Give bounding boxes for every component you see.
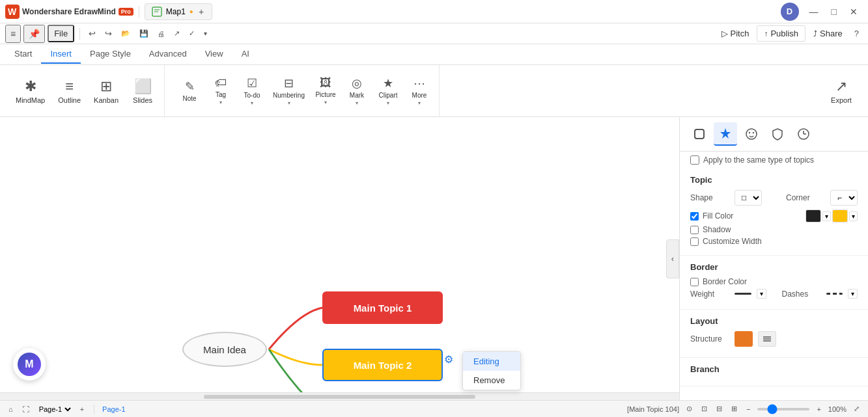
structure-list-btn[interactable] <box>758 331 776 347</box>
document-tab[interactable]: Map1 ● + <box>145 3 212 20</box>
context-menu-remove[interactable]: Remove <box>463 371 520 390</box>
mark-btn[interactable]: ◎ Mark ▾ <box>343 74 371 109</box>
more-label: More <box>412 92 427 99</box>
horizontal-scrollbar[interactable] <box>0 392 679 400</box>
kanban-btn[interactable]: ⊞ Kanban <box>89 75 124 107</box>
panel-tab-shape[interactable] <box>688 122 711 146</box>
pitch-btn[interactable]: ▷ Pitch <box>716 26 755 41</box>
outline-icon: ≡ <box>65 78 74 95</box>
grid-btn[interactable]: ⊞ <box>729 405 739 413</box>
panel-tab-clock[interactable] <box>792 122 815 146</box>
context-menu-editing[interactable]: Editing <box>463 352 520 371</box>
home-btn[interactable]: ⌂ <box>7 405 15 413</box>
pro-badge: Pro <box>119 8 133 16</box>
apply-same-checkbox[interactable] <box>690 155 699 165</box>
tab-pagestyle[interactable]: Page Style <box>81 45 140 64</box>
right-panel: Apply to the same type of topics Topic S… <box>679 117 868 400</box>
customize-width-checkbox[interactable] <box>690 237 699 246</box>
fit-page-btn[interactable]: ⊙ <box>684 405 694 413</box>
layout-view-btn[interactable]: ⊟ <box>714 405 724 413</box>
canvas-area[interactable]: Main Idea Main Topic 1 Main Topic 2 ⚙ Ma… <box>0 117 679 400</box>
page-select[interactable]: Page-1 <box>36 405 73 414</box>
fill-color-yellow-swatch[interactable] <box>832 209 848 222</box>
map-tab-icon <box>152 7 162 17</box>
fill-color-checkbox[interactable] <box>690 212 699 221</box>
mindmap-btn[interactable]: ✱ MindMap <box>10 75 50 107</box>
sidebar-toggle-btn[interactable]: ‹ <box>666 239 679 278</box>
note-btn[interactable]: ✎ Note <box>175 77 204 105</box>
tab-insert[interactable]: Insert <box>41 45 81 64</box>
add-page-btn[interactable]: + <box>78 405 86 413</box>
current-page-label: Page-1 <box>102 405 125 413</box>
numbering-btn[interactable]: ⊟ Numbering ▾ <box>269 74 309 109</box>
dropdown-btn[interactable]: ▾ <box>201 28 210 39</box>
svg-text:W: W <box>8 7 17 17</box>
fullscreen-expand-btn[interactable]: ⤢ <box>852 405 861 413</box>
fullscreen-btn[interactable]: ⛶ <box>20 405 31 413</box>
maximize-btn[interactable]: □ <box>826 4 842 20</box>
statusbar: ⌂ ⛶ Page-1 + Page-1 [Main Topic 104] ⊙ ⊡… <box>0 400 868 417</box>
picture-btn[interactable]: 🖼 Picture ▾ <box>311 74 340 108</box>
shadow-label: Shadow <box>703 225 731 234</box>
topic-icon: ⚙ <box>444 353 453 366</box>
menubar: ≡ 📌 File ↩ ↪ 📂 💾 🖨 ↗ ✓ ▾ ▷ Pitch ↑ Publi… <box>0 23 868 44</box>
zoom-out-btn[interactable]: − <box>744 405 752 413</box>
weight-dropdown[interactable]: ▾ <box>757 289 766 299</box>
weight-label: Weight <box>690 289 729 299</box>
more-btn[interactable]: ⋯ More ▾ <box>405 74 434 109</box>
panel-tab-shield[interactable] <box>766 122 789 146</box>
check-btn[interactable]: ✓ <box>186 27 198 40</box>
file-menu[interactable]: File <box>48 25 74 42</box>
panel-tab-ai[interactable] <box>714 122 737 146</box>
fill-color-yellow-dropdown[interactable]: ▾ <box>849 211 858 221</box>
dashes-dropdown[interactable]: ▾ <box>848 289 858 299</box>
border-color-checkbox[interactable] <box>690 278 699 286</box>
shape-select[interactable]: □ <box>735 190 762 206</box>
note-icon: ✎ <box>185 79 195 94</box>
fill-color-black-dropdown[interactable]: ▾ <box>822 211 831 221</box>
topic-1-node[interactable]: Main Topic 1 <box>322 291 443 324</box>
zoom-fit-btn[interactable]: ⊡ <box>699 405 709 413</box>
pin-btn[interactable]: 📌 <box>23 25 45 43</box>
more-icon: ⋯ <box>413 76 425 90</box>
hamburger-menu-btn[interactable]: ≡ <box>5 25 21 43</box>
kanban-label: Kanban <box>94 96 119 104</box>
tab-ai[interactable]: AI <box>232 45 259 64</box>
save-btn[interactable]: 💾 <box>136 27 152 40</box>
zoom-slider[interactable] <box>757 408 809 410</box>
todo-btn[interactable]: ☑ To-do ▾ <box>238 74 266 109</box>
publish-btn[interactable]: ↑ Publish <box>757 25 805 42</box>
clipart-btn[interactable]: ★ Clipart ▾ <box>374 74 402 109</box>
redo-btn[interactable]: ↪ <box>102 27 115 40</box>
print-btn[interactable]: 🖨 <box>154 28 168 40</box>
export-icon: ↗ <box>835 78 847 95</box>
open-btn[interactable]: 📂 <box>118 27 133 40</box>
tag-btn[interactable]: 🏷 Tag ▾ <box>206 74 235 108</box>
tab-view[interactable]: View <box>196 45 232 64</box>
help-btn[interactable]: ? <box>850 26 863 41</box>
user-avatar[interactable]: D <box>781 3 799 21</box>
mindmap-label: MindMap <box>16 96 45 104</box>
outline-btn[interactable]: ≡ Outline <box>53 75 86 107</box>
topic-2-node[interactable]: Main Topic 2 <box>322 349 443 381</box>
structure-color-btn[interactable] <box>735 331 753 347</box>
tab-advanced[interactable]: Advanced <box>140 45 196 64</box>
close-btn[interactable]: ✕ <box>845 4 863 20</box>
new-tab-btn[interactable]: + <box>197 7 205 17</box>
export-btn[interactable]: ↗ Export <box>825 75 858 107</box>
share-btn[interactable]: ⤴ Share <box>808 26 848 41</box>
fill-color-black-swatch[interactable] <box>805 209 821 222</box>
panel-tab-emoji[interactable] <box>740 122 763 146</box>
corner-select[interactable]: ⌐ <box>830 190 858 206</box>
mark-label: Mark <box>350 92 364 99</box>
customize-width-label: Customize Width <box>703 237 762 246</box>
shadow-checkbox[interactable] <box>690 226 699 234</box>
export-quick-btn[interactable]: ↗ <box>171 27 183 40</box>
tab-start[interactable]: Start <box>5 45 41 64</box>
undo-btn[interactable]: ↩ <box>85 27 99 40</box>
zoom-in-btn[interactable]: + <box>815 405 822 413</box>
shape-label: Shape <box>690 193 729 202</box>
minimize-btn[interactable]: — <box>804 4 824 20</box>
main-idea-node[interactable]: Main Idea <box>182 332 267 367</box>
slides-btn[interactable]: ⬜ Slides <box>126 75 159 107</box>
